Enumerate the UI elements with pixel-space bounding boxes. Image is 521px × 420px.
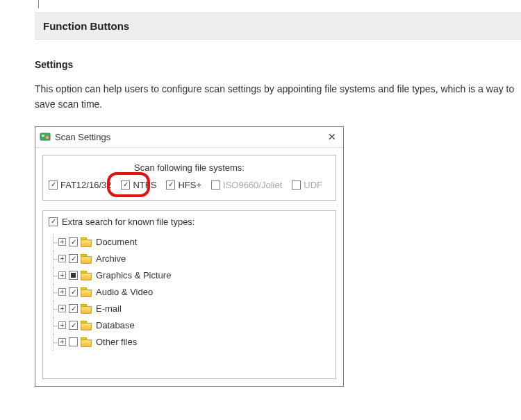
svg-point-2: [46, 136, 49, 140]
fs-label: FAT12/16/32: [60, 180, 111, 190]
tree-checkbox[interactable]: ✓: [69, 237, 78, 246]
tree-checkbox[interactable]: ✓: [69, 321, 78, 330]
folder-icon: [81, 237, 92, 246]
section-header: Function Buttons: [35, 12, 521, 40]
tree-checkbox[interactable]: ✓: [69, 337, 78, 346]
folder-icon: [81, 337, 92, 346]
tree-label[interactable]: Other files: [96, 337, 137, 347]
tree-item: +✓Database: [53, 317, 330, 334]
file-systems-title: Scan following file systems:: [47, 162, 331, 173]
fs-label: UDF: [304, 180, 322, 190]
fs-checkbox[interactable]: ✓: [49, 180, 58, 190]
tree-item: +✓E-mail: [53, 301, 330, 317]
fs-checkbox[interactable]: ✓: [121, 180, 130, 190]
tree-item: +✓Archive: [53, 251, 330, 267]
tree-checkbox[interactable]: [69, 271, 78, 280]
fs-item-ntfs: ✓NTFS: [121, 180, 156, 190]
svg-rect-1: [42, 135, 44, 137]
tree-label[interactable]: Document: [96, 237, 137, 247]
tree-checkbox[interactable]: ✓: [69, 287, 78, 296]
title-bar: Scan Settings ✕: [35, 127, 343, 148]
file-types-group: ✓ Extra search for known file types: +✓D…: [42, 210, 336, 379]
fs-item-udf: ✓UDF: [292, 180, 322, 190]
tree-label[interactable]: Database: [96, 320, 135, 330]
tree-item: +✓Audio & Video: [53, 284, 330, 301]
fs-item-fat12-16-32: ✓FAT12/16/32: [49, 180, 111, 190]
tree-label[interactable]: Archive: [96, 253, 126, 264]
fs-label: ISO9660/Joliet: [223, 180, 282, 190]
tree-label[interactable]: E-mail: [96, 303, 122, 314]
tree-item: +✓Other files: [53, 334, 330, 351]
fs-label: NTFS: [133, 180, 156, 190]
settings-description: This option can help users to configure …: [35, 81, 521, 112]
extra-search-label: Extra search for known file types:: [62, 217, 195, 227]
fs-item-hfs-: ✓HFS+: [166, 180, 201, 190]
tree-label[interactable]: Graphics & Picture: [96, 270, 171, 280]
tree-label[interactable]: Audio & Video: [96, 287, 153, 297]
close-icon[interactable]: ✕: [325, 131, 339, 142]
scan-settings-dialog: Scan Settings ✕ Scan following file syst…: [35, 126, 344, 387]
folder-icon: [81, 287, 92, 296]
fs-label: HFS+: [178, 180, 201, 190]
tree-checkbox[interactable]: ✓: [69, 304, 78, 313]
tree-item: +Graphics & Picture: [53, 267, 330, 284]
extra-search-checkbox[interactable]: ✓: [49, 217, 58, 226]
tree-item: +✓Document: [53, 234, 330, 251]
fs-checkbox[interactable]: ✓: [211, 180, 220, 190]
file-systems-group: Scan following file systems: ✓FAT12/16/3…: [42, 155, 336, 201]
sub-heading-settings: Settings: [35, 59, 521, 70]
tree-checkbox[interactable]: ✓: [69, 254, 78, 263]
fs-checkbox[interactable]: ✓: [292, 180, 301, 190]
folder-icon: [81, 304, 92, 313]
folder-icon: [81, 254, 92, 263]
fs-checkbox[interactable]: ✓: [166, 180, 175, 190]
folder-icon: [81, 271, 92, 280]
folder-icon: [81, 321, 92, 330]
dialog-title: Scan Settings: [55, 132, 325, 142]
fs-item-iso9660-joliet: ✓ISO9660/Joliet: [211, 180, 282, 190]
app-icon: [40, 131, 51, 142]
